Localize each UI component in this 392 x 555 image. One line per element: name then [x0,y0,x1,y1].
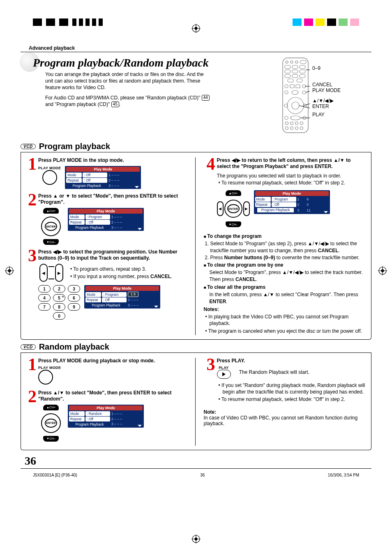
svg-point-30 [302,91,306,94]
svg-point-1 [195,27,198,30]
step-number: 1 [25,358,37,386]
vcd-badge: VCD [21,344,36,350]
remote-label: ▲/▼/◀/▶ [312,98,341,104]
step-number: 3 [25,249,37,320]
step-head: Press ◀/▶ to return to the left column, … [217,157,366,170]
svg-point-45 [300,127,303,130]
remote-icon [281,56,310,134]
random-step-2: 2 Press ▲/▼ to select "Mode", then press… [25,390,187,442]
remote-diagram: 0–9 CANCEL PLAY MODE ▲/▼/◀/▶ ENTER PLAY [281,56,371,134]
number-pad-icon: 1 2 3 4 5 6 7 8 9 [38,285,80,311]
svg-point-35 [285,116,288,120]
play-mode-button-icon [38,370,53,385]
random-columns: 1 Press PLAY MODE during playback or sto… [21,353,371,450]
intro-p2: For Audio CD and MP3/WMA CD, please see … [45,94,210,108]
arrow-down-icon [324,211,328,213]
svg-rect-15 [300,65,305,69]
registration-mark-icon [191,24,201,33]
svg-rect-19 [285,74,291,78]
svg-point-39 [291,122,293,125]
footer-mid: 36 [200,473,205,477]
svg-rect-18 [300,70,305,73]
svg-rect-22 [288,79,293,82]
list-item: If you input a wrong number, press CANCE… [70,273,187,280]
intro-p1: You can arrange the playback order of tr… [45,71,210,91]
vcd-badge: VCD [21,144,36,149]
subhead: To clear the program one by one [207,262,283,268]
note-text: In case of Video CD with PBC, you cannot… [204,415,366,426]
step-head: Press ◀/▶ to select the programming posi… [38,249,187,261]
list-item: In playing back the Video CD with PBC, y… [205,313,366,327]
button-label: PLAY MODE [38,166,61,170]
svg-point-7 [195,538,198,541]
page: Advanced playback Program playback/Rando… [0,0,392,555]
subhead: To change the program [207,233,261,239]
svg-point-11 [295,61,298,63]
svg-point-10 [291,61,293,63]
svg-point-28 [285,91,288,94]
list-item: To resume normal playback, select Mode: … [219,180,366,186]
column-divider [195,358,196,446]
program-columns: 1 Press PLAY MODE in the stop mode. PLAY… [21,152,371,340]
list-item: The program is canceled when you eject t… [205,328,366,334]
step-head: Press PLAY MODE in the stop mode. [38,157,187,164]
svg-rect-13 [285,65,291,69]
osd-panel: Play Mode Mode: Random1 – – – Repeat: Of… [68,405,144,428]
footer-right: 16/3/06, 3:54 PM [328,473,359,477]
remote-label: PLAY [312,112,341,118]
play-mode-button-icon [42,170,57,185]
step-number: 2 [25,193,37,245]
osd-panel: Play Mode Mode: Program1 9 Repeat: Off2 … [84,285,160,309]
section-title: Program playback [39,142,110,151]
subhead: To clear all the programs [207,284,265,290]
list-item: Press Number buttons (0–9) to overwrite … [210,254,366,261]
svg-point-31 [287,97,304,114]
footer: J5X00301A [E] (P36-40) 36 16/3/06, 3:54 … [21,473,371,477]
step-1: 1 Press PLAY MODE in the stop mode. PLAY… [25,157,187,189]
list-item: Select Mode to "Program" (as step 2), pr… [210,240,366,253]
arrow-down-icon [135,186,139,188]
svg-rect-16 [285,70,291,73]
svg-point-41 [300,122,303,125]
random-step-3: 3 Press PLAY. PLAY The Random Playback w… [204,358,366,404]
section-header-random: VCD Random playback [21,342,371,353]
header-section: Advanced playback [29,45,371,51]
footer-left: J5X00301A [E] (P36-40) [33,473,77,477]
text: Select Mode to "Program", press ▲/▼/◀/▶ … [204,269,366,283]
step-3: 3 Press ◀/▶ to select the programming po… [25,249,187,320]
step-head: Press PLAY. [217,358,366,364]
svg-point-24 [285,85,288,88]
svg-point-29 [292,90,298,94]
dpad-icon: ▲CH+ ENTER ▼CH– [38,405,64,442]
remote-label: CANCEL [312,82,341,88]
list-item: If you set "Random" during playback mode… [219,382,366,395]
arrow-down-icon [154,306,158,308]
step-head: Press ▲/▼ to select "Mode", then press E… [38,390,187,402]
osd-panel: Play Mode Mode: Off1 – – – Repeat: Off2 … [65,166,141,189]
osd-panel: Play Mode Mode: Program19 Repeat: Off23 … [254,190,330,214]
svg-point-43 [291,127,293,130]
intro-text: You can arrange the playback order of tr… [45,71,210,108]
notes-head: Notes: [204,306,219,312]
step-head: Press PLAY MODE during playback or stop … [38,358,187,364]
svg-rect-20 [292,74,298,78]
section-header-program: VCD Program playback [21,142,371,152]
rule [21,468,371,469]
svg-point-36 [291,116,300,120]
svg-point-40 [295,122,298,125]
arrow-down-icon [138,425,142,427]
arrow-down-icon [138,228,142,230]
step-number: 2 [25,390,37,442]
svg-point-44 [295,127,298,130]
button-label: PLAY MODE [38,366,187,370]
dpad-full-icon: ▲CH+ ◀ ENTER ▶ ▼CH– [217,190,250,227]
svg-rect-17 [292,70,298,73]
svg-line-48 [306,90,310,92]
svg-rect-14 [292,65,298,69]
page-title: Program playback/Random playback [33,56,273,69]
step-text: The programs you selected will start to … [217,173,366,179]
text: In the left column, press ▲/▼ to select … [204,291,366,305]
step-2: 2 Press ▲ or ▼ to select "Mode", then pr… [25,193,187,245]
play-button-icon [217,370,231,379]
svg-rect-23 [297,79,302,82]
